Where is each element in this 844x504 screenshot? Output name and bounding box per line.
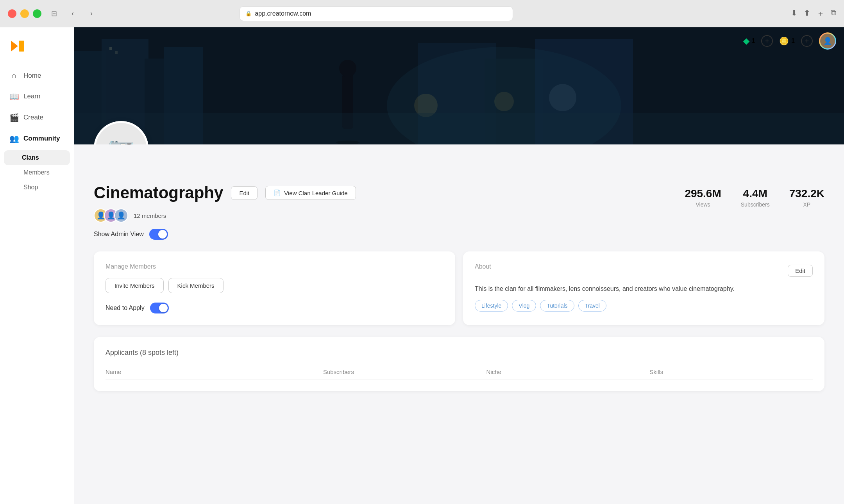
create-label: Create — [23, 114, 43, 121]
views-value: 295.6M — [685, 187, 721, 200]
member-avatar-3: 👤 — [114, 208, 128, 223]
clan-info-section: 295.6M Views 4.4M Subscribers 732.2K XP … — [74, 144, 844, 240]
sidebar-item-clans[interactable]: Clans — [4, 150, 70, 165]
manage-buttons: Invite Members Kick Members — [106, 278, 443, 293]
stat-xp: 732.2K XP — [789, 187, 824, 208]
col-skills: Skills — [649, 369, 813, 375]
traffic-lights — [8, 9, 41, 18]
sidebar-item-members[interactable]: Members — [0, 165, 74, 180]
svg-rect-11 — [115, 51, 118, 54]
views-label: Views — [685, 201, 721, 208]
coin-icon: 🪙 — [779, 36, 789, 46]
admin-view-label: Show Admin View — [94, 231, 144, 238]
camera-emoji: 📷 — [108, 136, 135, 145]
gem-badge: ◆ 1 — [743, 36, 755, 46]
create-icon: 🎬 — [9, 113, 19, 122]
home-icon: ⌂ — [9, 71, 19, 80]
members-row: 👤 👤 👤 12 members — [94, 208, 824, 223]
clan-banner: 📷 — [74, 27, 844, 144]
subscribers-value: 4.4M — [741, 187, 770, 200]
guide-button[interactable]: 📄 View Clan Leader Guide — [265, 186, 356, 200]
tag-travel[interactable]: Travel — [578, 300, 606, 312]
download-icon[interactable]: ⬇ — [791, 8, 798, 19]
shop-label: Shop — [23, 184, 38, 191]
tag-tutorials[interactable]: Tutorials — [540, 300, 574, 312]
col-name: Name — [106, 369, 323, 375]
close-button[interactable] — [8, 9, 16, 18]
admin-view-toggle[interactable] — [149, 229, 168, 240]
need-to-apply-row: Need to Apply — [106, 303, 443, 313]
home-label: Home — [23, 72, 41, 80]
col-subscribers: Subscribers — [323, 369, 486, 375]
clan-name: Cinematography — [94, 183, 223, 202]
sidebar-item-home[interactable]: ⌂ Home — [0, 66, 74, 85]
need-to-apply-toggle[interactable] — [150, 303, 169, 313]
back-button[interactable]: ‹ — [66, 7, 79, 20]
tag-vlog[interactable]: Vlog — [512, 300, 536, 312]
table-header: Name Subscribers Niche Skills — [106, 365, 813, 379]
guide-icon: 📄 — [274, 189, 281, 196]
invite-members-button[interactable]: Invite Members — [106, 278, 164, 293]
logo-icon — [9, 39, 25, 56]
cards-section: Manage Members Invite Members Kick Membe… — [74, 251, 844, 337]
sidebar-toggle-button[interactable]: ⊟ — [48, 7, 60, 20]
address-bar[interactable]: 🔒 app.creatornow.com — [240, 6, 513, 21]
learn-icon: 📖 — [9, 92, 19, 101]
sidebar-item-learn[interactable]: 📖 Learn — [0, 86, 74, 107]
sidebar-sub-community: Clans Members Shop — [0, 150, 74, 195]
about-edit-button[interactable]: Edit — [788, 265, 813, 277]
applicants-section: Applicants (8 spots left) Name Subscribe… — [74, 337, 844, 403]
admin-view-row: Show Admin View — [94, 229, 824, 240]
kick-members-button[interactable]: Kick Members — [168, 278, 224, 293]
user-avatar[interactable]: 👤 — [819, 32, 836, 50]
avatar-inner: 👤 — [820, 34, 835, 48]
learn-label: Learn — [23, 93, 40, 100]
xp-value: 732.2K — [789, 187, 824, 200]
browser-right-icons: ⬇ ⬆ ＋ ⧉ — [791, 8, 836, 19]
coin-badge: 🪙 1 — [779, 36, 795, 46]
toggle-knob — [158, 230, 167, 239]
sidebar-item-community[interactable]: 👥 Community — [0, 128, 74, 149]
sidebar-navigation: ⌂ Home 📖 Learn 🎬 Create 👥 Community Clan… — [0, 66, 74, 195]
col-niche: Niche — [486, 369, 650, 375]
svg-point-17 — [339, 60, 356, 77]
share-icon[interactable]: ⬆ — [804, 8, 810, 19]
lock-icon: 🔒 — [245, 11, 252, 16]
svg-marker-0 — [11, 41, 18, 52]
sidebar-item-shop[interactable]: Shop — [0, 180, 74, 195]
fullscreen-button[interactable] — [33, 9, 41, 18]
clans-label: Clans — [22, 154, 39, 161]
tabs-icon[interactable]: ⧉ — [831, 8, 836, 19]
community-label: Community — [23, 135, 60, 142]
svg-rect-1 — [19, 41, 24, 52]
app-layout: ⌂ Home 📖 Learn 🎬 Create 👥 Community Clan… — [0, 27, 844, 504]
edit-clan-button[interactable]: Edit — [231, 186, 257, 200]
clan-avatar: 📷 — [94, 121, 148, 144]
about-card: About Edit This is the clan for all film… — [463, 251, 824, 325]
members-count: 12 members — [134, 212, 166, 219]
add-coin-button[interactable]: + — [801, 35, 813, 47]
stat-subscribers: 4.4M Subscribers — [741, 187, 770, 208]
sidebar: ⌂ Home 📖 Learn 🎬 Create 👥 Community Clan… — [0, 27, 74, 504]
subscribers-label: Subscribers — [741, 201, 770, 208]
stat-views: 295.6M Views — [685, 187, 721, 208]
add-gem-button[interactable]: + — [761, 35, 773, 47]
sidebar-logo — [0, 35, 74, 66]
minimize-button[interactable] — [20, 9, 29, 18]
manage-members-title: Manage Members — [106, 263, 443, 270]
gem-icon: ◆ — [743, 36, 749, 46]
guide-label: View Clan Leader Guide — [284, 190, 347, 196]
app-header: ◆ 1 + 🪙 1 + 👤 — [743, 27, 836, 55]
member-avatars: 👤 👤 👤 — [94, 208, 124, 223]
manage-members-card: Manage Members Invite Members Kick Membe… — [94, 251, 455, 325]
tag-lifestyle[interactable]: Lifestyle — [475, 300, 508, 312]
sidebar-item-create[interactable]: 🎬 Create — [0, 107, 74, 128]
gem-count: 1 — [751, 37, 755, 45]
about-title: About — [475, 263, 491, 270]
svg-rect-10 — [109, 47, 112, 50]
forward-button[interactable]: › — [85, 7, 98, 20]
clan-page: 📷 295.6M Views 4.4M Subscribers — [74, 27, 844, 403]
new-tab-icon[interactable]: ＋ — [817, 8, 824, 19]
about-header: About Edit — [475, 263, 813, 278]
applicants-card: Applicants (8 spots left) Name Subscribe… — [94, 337, 824, 391]
